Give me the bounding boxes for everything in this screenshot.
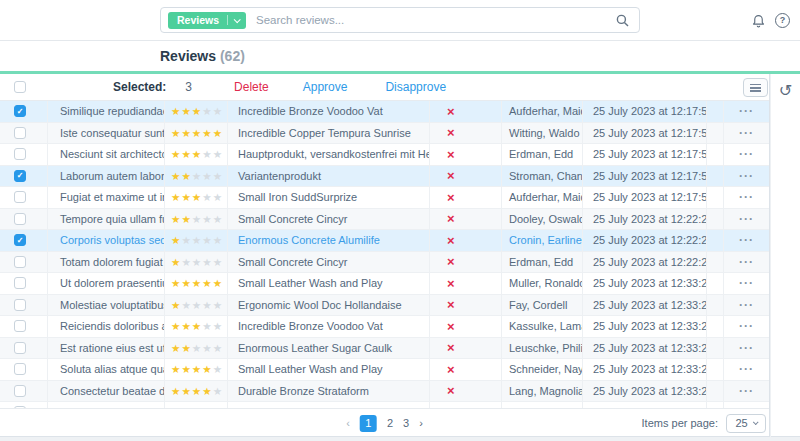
review-text-link[interactable]: Iste consequatur sunt incidunt (48, 123, 165, 144)
review-text-link[interactable]: Totam dolorem fugiat rem ean (48, 252, 165, 273)
row-checkbox[interactable] (14, 213, 26, 225)
star-icon: ★ (171, 148, 180, 160)
star-icon: ★ (181, 256, 190, 268)
product-name-link[interactable]: Small Concrete Cincyr (228, 252, 430, 273)
pagination-page-2[interactable]: 2 (387, 417, 393, 429)
product-name-link[interactable]: Variantenprodukt (228, 166, 430, 187)
row-context-menu-button[interactable]: ··· (724, 166, 769, 187)
select-all-checkbox[interactable] (14, 81, 26, 93)
search-scope-button[interactable]: Reviews (168, 12, 246, 29)
row-checkbox[interactable] (14, 342, 26, 354)
star-icon: ★ (171, 342, 180, 354)
product-name-link[interactable]: Incredible Copper Tempura Sunrise (228, 123, 430, 144)
product-name-link[interactable]: Durable Bronze Strataform (228, 381, 430, 402)
row-context-menu-button[interactable]: ··· (724, 252, 769, 273)
review-count: (62) (220, 48, 245, 64)
selected-label: Selected: (113, 80, 166, 94)
pagination-page-3[interactable]: 3 (403, 417, 409, 429)
row-checkbox[interactable]: ✓ (14, 234, 26, 246)
customer-name: Witting, Waldo (502, 123, 583, 144)
row-context-menu-button[interactable]: ··· (724, 209, 769, 230)
review-text-link[interactable]: Fugiat et maxime ut in illum. (48, 187, 165, 208)
row-context-menu-button[interactable]: ··· (724, 230, 769, 251)
star-icon: ★ (202, 342, 211, 354)
star-rating: ★★★★★ (165, 273, 228, 294)
product-name-link[interactable]: Small Iron SuddSurprize (228, 187, 430, 208)
star-rating: ★★★★★ (165, 166, 228, 187)
notification-bell-icon[interactable] (751, 12, 766, 28)
row-context-menu-button[interactable]: ··· (724, 144, 769, 165)
row-checkbox[interactable] (14, 127, 26, 139)
created-date: 25 July 2023 at 12:17:52 (583, 144, 707, 165)
delete-button[interactable]: Delete (234, 80, 269, 94)
product-name-link[interactable]: Hauptprodukt, versandkostenfrei mit Herv… (228, 144, 430, 165)
row-context-menu-button[interactable]: ··· (724, 338, 769, 359)
review-text-link[interactable]: Similique repudiandae maiores (48, 101, 165, 122)
star-icon: ★ (192, 385, 201, 397)
disapprove-button[interactable]: Disapprove (385, 80, 446, 94)
review-text-link[interactable]: Tempore quia ullam fuga eos r (48, 209, 165, 230)
help-icon[interactable]: ? (775, 13, 790, 28)
pagination-page-1[interactable]: 1 (360, 415, 377, 432)
product-name-link[interactable]: Enormous Concrete Alumilife (228, 230, 430, 251)
product-name-link[interactable]: Small Concrete Cincyr (228, 209, 430, 230)
row-context-menu-button[interactable]: ··· (724, 295, 769, 316)
customer-name: Leuschke, Philip (502, 338, 583, 359)
review-text-link[interactable]: Reiciendis doloribus asperiore (48, 316, 165, 337)
star-icon: ★ (202, 105, 211, 117)
row-checkbox[interactable] (14, 148, 26, 160)
star-icon: ★ (213, 234, 222, 246)
table-settings-button[interactable] (743, 78, 768, 97)
spacer-cell (707, 295, 724, 316)
star-rating: ★★★★★ (165, 252, 228, 273)
review-text-link[interactable]: Consectetur beatae dolorum i (48, 381, 165, 402)
row-checkbox[interactable] (14, 363, 26, 375)
star-icon: ★ (192, 170, 201, 182)
search-icon[interactable] (616, 14, 629, 27)
product-name-link[interactable]: Incredible Bronze Voodoo Vat (228, 101, 430, 122)
row-context-menu-button[interactable]: ··· (724, 359, 769, 380)
customer-name: Aufderhar, Maida (502, 101, 583, 122)
search-input[interactable] (246, 14, 616, 26)
row-context-menu-button[interactable]: ··· (724, 123, 769, 144)
star-icon: ★ (171, 127, 180, 139)
product-name-link[interactable]: Small Leather Wash and Play (228, 359, 430, 380)
star-icon: ★ (202, 234, 211, 246)
row-checkbox[interactable]: ✓ (14, 105, 26, 117)
created-date: 25 July 2023 at 12:33:20 (583, 273, 707, 294)
row-checkbox[interactable] (14, 277, 26, 289)
row-context-menu-button[interactable]: ··· (724, 273, 769, 294)
search-bar[interactable]: Reviews (160, 7, 640, 33)
row-checkbox[interactable] (14, 320, 26, 332)
review-text-link[interactable]: Ut dolorem praesentium repell (48, 273, 165, 294)
row-checkbox[interactable] (14, 191, 26, 203)
pagination-prev[interactable]: ‹ (346, 417, 350, 429)
spacer-cell (707, 230, 724, 251)
star-icon: ★ (171, 256, 180, 268)
pagination-next[interactable]: › (419, 417, 423, 429)
customer-name: Dooley, Oswaldo (502, 209, 583, 230)
review-text-link[interactable]: Nesciunt sit architecto sequi d (48, 144, 165, 165)
row-checkbox[interactable] (14, 299, 26, 311)
review-text-link[interactable]: Est ratione eius est ut vero por (48, 338, 165, 359)
review-text-link[interactable]: Molestiae voluptatibus except (48, 295, 165, 316)
row-checkbox[interactable] (14, 256, 26, 268)
row-checkbox[interactable]: ✓ (14, 170, 26, 182)
product-name-link[interactable]: Incredible Bronze Voodoo Vat (228, 316, 430, 337)
approve-button[interactable]: Approve (303, 80, 348, 94)
items-per-page-select[interactable]: 25 (726, 414, 766, 433)
review-text-link[interactable]: Soluta alias atque quas fugit q (48, 359, 165, 380)
star-icon: ★ (213, 256, 222, 268)
row-context-menu-button[interactable]: ··· (724, 381, 769, 402)
product-name-link[interactable]: Ergonomic Wool Doc Hollandaise (228, 295, 430, 316)
review-text-link[interactable]: Corporis voluptas sequi error. (48, 230, 165, 251)
product-name-link[interactable]: Small Leather Wash and Play (228, 273, 430, 294)
row-context-menu-button[interactable]: ··· (724, 316, 769, 337)
row-checkbox[interactable] (14, 385, 26, 397)
row-context-menu-button[interactable]: ··· (724, 101, 769, 122)
side-rail: ↺ (771, 74, 800, 437)
product-name-link[interactable]: Enormous Leather Sugar Caulk (228, 338, 430, 359)
refresh-icon[interactable]: ↺ (779, 83, 792, 99)
row-context-menu-button[interactable]: ··· (724, 187, 769, 208)
review-text-link[interactable]: Laborum autem laboriosam et (48, 166, 165, 187)
